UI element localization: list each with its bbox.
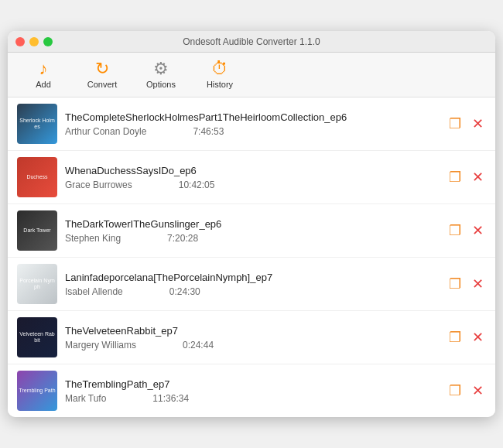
book-author: Mark Tufo (65, 393, 106, 404)
edit-icon: ❐ (449, 222, 461, 239)
book-actions: ❐ ✕ (447, 327, 486, 348)
options-button[interactable]: ⚙ Options (138, 57, 184, 92)
delete-icon: ✕ (472, 382, 484, 399)
book-meta: Grace Burrowes 10:42:05 (65, 180, 439, 190)
maximize-button[interactable] (43, 37, 53, 46)
book-info: TheCompleteSherlockHolmesPart1TheHeirloo… (65, 111, 439, 137)
traffic-lights (15, 37, 53, 46)
book-info: TheDarkTowerITheGunslinger_ep6 Stephen K… (65, 218, 439, 244)
book-cover: Dark Tower (17, 210, 57, 251)
delete-icon: ✕ (472, 222, 484, 239)
main-window: Ondesoft Audible Converter 1.1.0 ♪ Add ↻… (8, 31, 495, 417)
delete-button[interactable]: ✕ (470, 113, 486, 135)
history-label: History (207, 80, 233, 89)
edit-button[interactable]: ❐ (447, 220, 464, 241)
book-actions: ❐ ✕ (447, 380, 486, 402)
cover-text: Velveteen Rabbit (17, 330, 57, 346)
book-info: WhenaDuchessSaysIDo_ep6 Grace Burrowes 1… (65, 165, 439, 190)
edit-button[interactable]: ❐ (447, 380, 464, 402)
delete-button[interactable]: ✕ (470, 327, 486, 348)
delete-button[interactable]: ✕ (470, 220, 486, 241)
table-row: Trembling Path TheTremblingPath_ep7 Mark… (8, 364, 495, 417)
book-cover: Velveteen Rabbit (17, 317, 57, 357)
delete-icon: ✕ (472, 169, 484, 186)
cover-text: Duchess (25, 173, 49, 182)
book-duration: 7:46:53 (193, 126, 224, 137)
book-duration: 11:36:34 (152, 393, 189, 404)
table-row: Porcelain Nymph Laninfadeporcelana[ThePo… (8, 258, 495, 311)
close-button[interactable] (15, 37, 25, 46)
book-author: Arthur Conan Doyle (65, 126, 146, 137)
edit-icon: ❐ (449, 275, 461, 292)
edit-button[interactable]: ❐ (447, 113, 464, 135)
book-author: Grace Burrowes (65, 180, 132, 190)
table-row: Sherlock Holmes TheCompleteSherlockHolme… (8, 97, 495, 151)
book-title: Laninfadeporcelana[ThePorcelainNymph]_ep… (65, 272, 439, 283)
cover-text: Porcelain Nymph (17, 276, 57, 292)
cover-text: Trembling Path (17, 386, 56, 395)
book-meta: Mark Tufo 11:36:34 (65, 393, 439, 404)
book-author: Stephen King (65, 233, 121, 244)
table-row: Velveteen Rabbit TheVelveteenRabbit_ep7 … (8, 311, 495, 364)
options-icon: ⚙ (153, 60, 169, 77)
history-button[interactable]: ⏱ History (197, 57, 243, 92)
book-actions: ❐ ✕ (447, 166, 486, 188)
convert-button[interactable]: ↻ Convert (79, 57, 125, 92)
book-title: TheCompleteSherlockHolmesPart1TheHeirloo… (65, 111, 439, 123)
options-label: Options (146, 80, 176, 89)
book-meta: Isabel Allende 0:24:30 (65, 286, 439, 297)
book-title: TheDarkTowerITheGunslinger_ep6 (65, 218, 439, 230)
cover-text: Sherlock Holmes (17, 116, 57, 132)
delete-button[interactable]: ✕ (470, 166, 486, 188)
book-info: TheTremblingPath_ep7 Mark Tufo 11:36:34 (65, 378, 439, 404)
add-label: Add (36, 80, 51, 89)
delete-button[interactable]: ✕ (470, 273, 486, 295)
book-meta: Arthur Conan Doyle 7:46:53 (65, 126, 439, 137)
add-icon: ♪ (39, 60, 48, 77)
book-title: TheVelveteenRabbit_ep7 (65, 325, 439, 337)
book-author: Margery Williams (65, 340, 136, 351)
table-row: Duchess WhenaDuchessSaysIDo_ep6 Grace Bu… (8, 151, 495, 204)
window-title: Ondesoft Audible Converter 1.1.0 (183, 36, 320, 47)
titlebar: Ondesoft Audible Converter 1.1.0 (8, 31, 495, 53)
convert-label: Convert (87, 80, 118, 89)
delete-button[interactable]: ✕ (470, 380, 486, 402)
edit-icon: ❐ (449, 329, 461, 346)
edit-button[interactable]: ❐ (447, 273, 464, 295)
cover-text: Dark Tower (22, 226, 52, 235)
edit-button[interactable]: ❐ (447, 327, 464, 348)
book-actions: ❐ ✕ (447, 113, 486, 135)
delete-icon: ✕ (472, 329, 484, 346)
book-list: Sherlock Holmes TheCompleteSherlockHolme… (8, 97, 495, 417)
edit-icon: ❐ (449, 169, 461, 186)
book-duration: 0:24:30 (169, 286, 200, 297)
book-cover: Duchess (17, 157, 57, 197)
book-cover: Trembling Path (17, 371, 57, 411)
delete-icon: ✕ (472, 115, 484, 132)
book-title: WhenaDuchessSaysIDo_ep6 (65, 165, 439, 176)
convert-icon: ↻ (95, 60, 109, 77)
book-author: Isabel Allende (65, 286, 123, 297)
book-info: TheVelveteenRabbit_ep7 Margery Williams … (65, 325, 439, 351)
book-cover: Sherlock Holmes (17, 104, 57, 144)
add-button[interactable]: ♪ Add (20, 57, 67, 92)
book-duration: 0:24:44 (183, 340, 214, 351)
book-meta: Stephen King 7:20:28 (65, 233, 439, 244)
book-info: Laninfadeporcelana[ThePorcelainNymph]_ep… (65, 272, 439, 297)
edit-icon: ❐ (449, 115, 461, 132)
toolbar: ♪ Add ↻ Convert ⚙ Options ⏱ History (8, 53, 495, 97)
table-row: Dark Tower TheDarkTowerITheGunslinger_ep… (8, 204, 495, 258)
edit-icon: ❐ (449, 382, 461, 399)
delete-icon: ✕ (472, 275, 484, 292)
minimize-button[interactable] (29, 37, 39, 46)
book-actions: ❐ ✕ (447, 273, 486, 295)
book-cover: Porcelain Nymph (17, 264, 57, 304)
history-icon: ⏱ (211, 60, 228, 77)
book-duration: 10:42:05 (179, 180, 215, 190)
book-title: TheTremblingPath_ep7 (65, 378, 439, 390)
book-duration: 7:20:28 (167, 233, 198, 244)
book-actions: ❐ ✕ (447, 220, 486, 241)
book-meta: Margery Williams 0:24:44 (65, 340, 439, 351)
edit-button[interactable]: ❐ (447, 166, 464, 188)
